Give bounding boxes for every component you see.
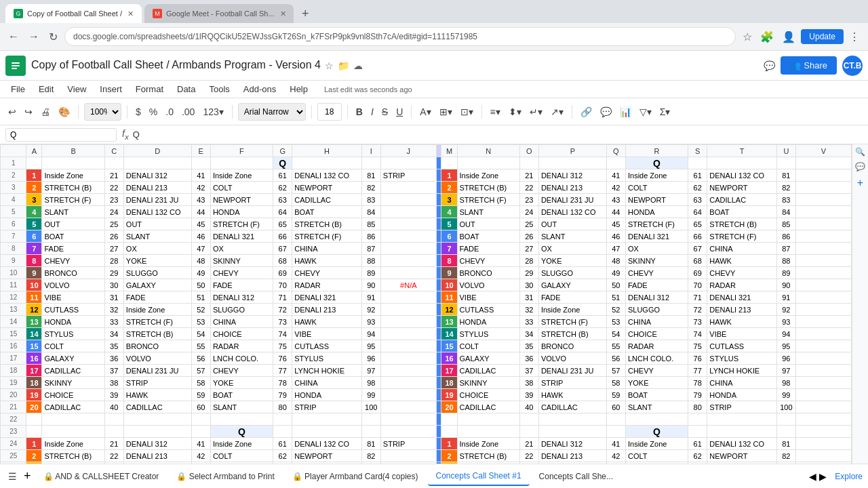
table-cell[interactable]: 76: [273, 352, 292, 365]
table-cell[interactable]: VIBE: [457, 291, 519, 304]
table-cell[interactable]: Inside Zone: [457, 169, 519, 182]
table-cell[interactable]: SLUGGO: [625, 304, 688, 316]
table-cell[interactable]: OX: [538, 243, 606, 255]
table-cell[interactable]: [776, 426, 795, 438]
table-cell[interactable]: STRIP: [380, 169, 436, 182]
cloud-icon[interactable]: ☁: [353, 60, 363, 71]
table-cell[interactable]: [380, 218, 436, 230]
table-cell[interactable]: 34: [104, 328, 123, 340]
profile-icon[interactable]: 👤: [779, 28, 798, 46]
table-cell[interactable]: STRETCH (B): [707, 218, 776, 230]
table-cell[interactable]: 55: [191, 340, 210, 352]
table-cell[interactable]: 32: [519, 304, 538, 316]
table-cell[interactable]: 93: [776, 316, 795, 328]
table-cell[interactable]: DENALI 321: [292, 291, 361, 304]
table-cell[interactable]: OUT: [42, 218, 104, 230]
table-cell[interactable]: 61: [273, 169, 292, 182]
table-cell[interactable]: HONDA: [292, 389, 361, 401]
table-cell[interactable]: 32: [104, 304, 123, 316]
table-cell[interactable]: [380, 450, 436, 462]
table-cell[interactable]: [380, 291, 436, 304]
table-cell[interactable]: 22: [519, 450, 538, 462]
table-row[interactable]: 22: [1, 413, 852, 426]
table-cell[interactable]: DENALI 312: [538, 438, 606, 450]
table-cell[interactable]: 49: [606, 267, 625, 279]
table-cell[interactable]: 1: [26, 438, 42, 450]
table-cell[interactable]: [795, 218, 851, 230]
table-cell[interactable]: SLANT: [42, 206, 104, 218]
table-cell[interactable]: STRETCH (B): [457, 182, 519, 194]
table-cell[interactable]: [795, 352, 851, 365]
table-cell[interactable]: [538, 413, 606, 426]
table-cell[interactable]: DENALI 312: [210, 291, 273, 304]
table-cell[interactable]: BOAT: [625, 389, 688, 401]
table-cell[interactable]: [707, 426, 776, 438]
table-cell[interactable]: DENALI 132 CO: [292, 438, 361, 450]
table-cell[interactable]: CADILLAC: [457, 401, 519, 413]
table-cell[interactable]: [795, 316, 851, 328]
table-row[interactable]: 2019CHOICE39HAWK59BOAT79HONDA9919CHOICE3…: [1, 389, 852, 401]
table-row[interactable]: 1413HONDA33STRETCH (F)53CHINA73HAWK9313H…: [1, 316, 852, 328]
table-cell[interactable]: [191, 157, 210, 169]
table-cell[interactable]: 33: [104, 316, 123, 328]
table-cell[interactable]: [795, 365, 851, 377]
table-cell[interactable]: 17: [26, 365, 42, 377]
table-cell[interactable]: VIBE: [292, 328, 361, 340]
table-cell[interactable]: 26: [104, 230, 123, 243]
table-cell[interactable]: 6: [26, 230, 42, 243]
table-cell[interactable]: 73: [688, 316, 707, 328]
table-cell[interactable]: 61: [688, 169, 707, 182]
table-cell[interactable]: DENALI 231 JU: [123, 194, 191, 206]
table-cell[interactable]: [795, 194, 851, 206]
table-cell[interactable]: 91: [361, 291, 380, 304]
valign-button[interactable]: ⬍▾: [506, 105, 524, 119]
table-cell[interactable]: [380, 316, 436, 328]
table-cell[interactable]: [707, 157, 776, 169]
table-cell[interactable]: HAWK: [292, 255, 361, 267]
table-cell[interactable]: 74: [688, 328, 707, 340]
table-cell[interactable]: 49: [191, 267, 210, 279]
table-cell[interactable]: CHEVY: [292, 267, 361, 279]
table-cell[interactable]: [606, 426, 625, 438]
table-cell[interactable]: [26, 413, 42, 426]
table-cell[interactable]: Q: [273, 157, 292, 169]
table-cell[interactable]: 80: [688, 401, 707, 413]
table-cell[interactable]: 47: [606, 243, 625, 255]
table-cell[interactable]: 47: [191, 243, 210, 255]
table-cell[interactable]: 77: [688, 365, 707, 377]
table-cell[interactable]: 91: [776, 291, 795, 304]
table-cell[interactable]: 7: [441, 243, 457, 255]
table-cell[interactable]: [625, 413, 688, 426]
table-row[interactable]: 98CHEVY28YOKE48SKINNY68HAWK888CHEVY28YOK…: [1, 255, 852, 267]
table-cell[interactable]: STRIP: [707, 401, 776, 413]
table-cell[interactable]: VOLVO: [123, 352, 191, 365]
table-cell[interactable]: 94: [776, 328, 795, 340]
menu-file[interactable]: File: [5, 83, 31, 96]
filter-button[interactable]: ▽▾: [637, 105, 654, 119]
table-cell[interactable]: 56: [606, 352, 625, 365]
table-row[interactable]: 76BOAT26SLANT46DENALI 32166STRETCH (F)86…: [1, 230, 852, 243]
table-cell[interactable]: 57: [606, 365, 625, 377]
table-cell[interactable]: [104, 413, 123, 426]
menu-addons[interactable]: Add-ons: [238, 83, 281, 96]
table-cell[interactable]: CHINA: [707, 243, 776, 255]
table-cell[interactable]: [795, 340, 851, 352]
formula-content[interactable]: Q: [133, 129, 863, 140]
table-cell[interactable]: [361, 157, 380, 169]
table-cell[interactable]: Q: [625, 426, 688, 438]
table-cell[interactable]: 15: [441, 340, 457, 352]
table-cell[interactable]: Inside Zone: [210, 438, 273, 450]
table-cell[interactable]: STRETCH (F): [292, 230, 361, 243]
table-cell[interactable]: 4: [441, 206, 457, 218]
col-header-H[interactable]: H: [292, 145, 361, 157]
table-cell[interactable]: 60: [606, 401, 625, 413]
table-cell[interactable]: [292, 157, 361, 169]
table-cell[interactable]: RADAR: [292, 279, 361, 291]
address-bar[interactable]: docs.google.com/spreadsheets/d/1lRQQCikU…: [64, 27, 736, 46]
table-cell[interactable]: RADAR: [625, 340, 688, 352]
table-row[interactable]: 1QQ: [1, 157, 852, 169]
table-cell[interactable]: VIBE: [42, 291, 104, 304]
table-cell[interactable]: CUTLASS: [42, 304, 104, 316]
col-header-L[interactable]: [436, 145, 441, 157]
table-cell[interactable]: OX: [625, 243, 688, 255]
